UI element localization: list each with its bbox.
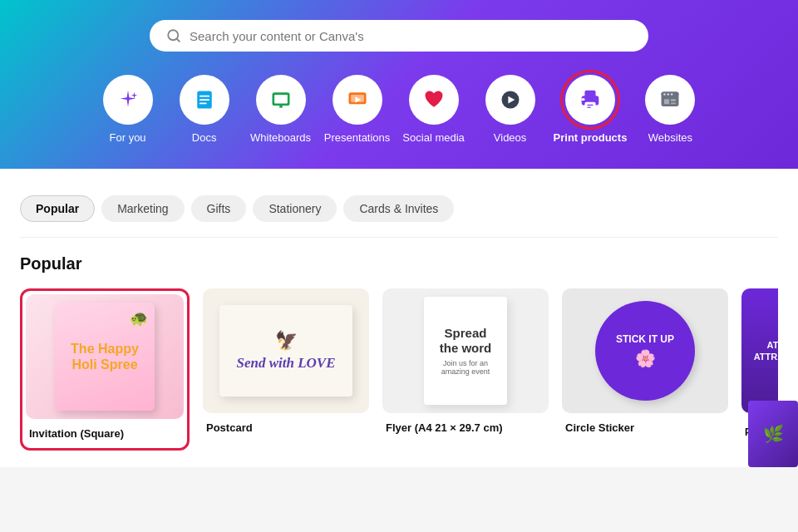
invitation-title-text: The Happy Holi Spree: [63, 341, 146, 372]
poster-thumbnail: AT THE ATTRACTION 🌿: [741, 288, 778, 413]
postcard-label: Postcard: [203, 421, 369, 439]
svg-rect-24: [671, 93, 673, 96]
websites-icon-circle: [645, 75, 695, 125]
postcard-visual: 🦅 Send with LOVE: [219, 305, 352, 397]
flyer-visual: Spread the word Join us for an amazing e…: [424, 297, 507, 405]
nav-item-social-media[interactable]: Social media: [401, 75, 467, 144]
nav-icons: For you Docs: [95, 75, 704, 144]
sticker-thumbnail: STICK IT UP 🌸: [562, 288, 728, 413]
print-products-icon-circle: [565, 75, 615, 125]
svg-line-1: [176, 38, 179, 41]
video-icon: [499, 88, 522, 111]
nav-item-presentations[interactable]: Presentations: [324, 75, 391, 144]
videos-label: Videos: [494, 131, 527, 144]
nav-item-print-products[interactable]: Print products: [554, 75, 628, 144]
search-input[interactable]: [190, 29, 632, 43]
tab-gifts[interactable]: Gifts: [191, 195, 247, 222]
svg-rect-17: [582, 98, 585, 101]
docs-icon: [193, 88, 216, 111]
printer-icon: [578, 87, 603, 112]
for-you-label: For you: [110, 131, 146, 144]
docs-label: Docs: [192, 131, 217, 144]
nav-item-for-you[interactable]: For you: [95, 75, 161, 144]
svg-rect-8: [279, 106, 283, 108]
circle-sticker-label: Circle Sticker: [562, 421, 728, 439]
svg-rect-26: [671, 99, 676, 101]
postcard-thumbnail: 🦅 Send with LOVE: [203, 288, 369, 413]
tab-popular[interactable]: Popular: [20, 195, 95, 222]
header: For you Docs: [0, 0, 798, 169]
presentations-icon-circle: [332, 75, 382, 125]
svg-rect-18: [587, 105, 594, 106]
invitation-card-visual: 🐢 The Happy Holi Spree: [55, 303, 155, 411]
flyer-headline-text: Spread the word: [434, 326, 497, 356]
invitation-deco: 🐢: [130, 309, 148, 328]
svg-rect-27: [671, 103, 676, 105]
flyer-sub-text: Join us for an amazing event: [434, 359, 497, 376]
filter-tabs: Popular Marketing Gifts Stationery Cards…: [20, 185, 778, 238]
search-icon: [166, 28, 181, 43]
app-container: For you Docs: [0, 0, 798, 467]
product-card-circle-sticker[interactable]: STICK IT UP 🌸 Circle Sticker: [562, 288, 728, 451]
nav-item-docs[interactable]: Docs: [171, 75, 238, 144]
flyer-label: Flyer (A4 21 × 29.7 cm): [382, 421, 549, 439]
whiteboards-label: Whiteboards: [250, 131, 311, 144]
svg-rect-19: [587, 106, 591, 107]
videos-icon-circle: [485, 75, 535, 125]
tab-cards-invites[interactable]: Cards & Invites: [343, 195, 454, 222]
product-card-flyer[interactable]: Spread the word Join us for an amazing e…: [382, 288, 549, 451]
whiteboards-icon-circle: [256, 75, 306, 125]
nav-item-whiteboards[interactable]: Whiteboards: [248, 75, 314, 144]
sparkle-icon: [116, 87, 140, 112]
sticker-visual: STICK IT UP 🌸: [595, 301, 695, 401]
search-bar: [150, 20, 648, 52]
for-you-icon-wrapper: [103, 75, 153, 125]
print-products-icon-wrapper: [565, 75, 615, 125]
sticker-text: STICK IT UP: [616, 333, 674, 345]
whiteboards-icon: [269, 88, 293, 111]
social-media-label: Social media: [402, 131, 464, 144]
tab-marketing[interactable]: Marketing: [101, 195, 184, 222]
svg-rect-23: [667, 93, 670, 96]
invitation-square-label: Invitation (Square): [26, 427, 184, 445]
products-grid: 🐢 The Happy Holi Spree Invitation (Squar…: [20, 288, 778, 451]
product-card-postcard[interactable]: 🦅 Send with LOVE Postcard: [203, 288, 369, 451]
websites-label: Websites: [648, 131, 692, 144]
content-area: Popular Marketing Gifts Stationery Cards…: [0, 169, 798, 467]
svg-rect-25: [664, 99, 669, 104]
print-products-label: Print products: [554, 131, 628, 144]
section-title: Popular: [20, 254, 778, 273]
svg-rect-7: [274, 95, 288, 104]
product-card-invitation-square[interactable]: 🐢 The Happy Holi Spree Invitation (Squar…: [20, 288, 190, 451]
presentations-label: Presentations: [324, 131, 391, 144]
sticker-emoji: 🌸: [635, 348, 656, 368]
social-media-icon-circle: [409, 75, 459, 125]
for-you-icon-circle: [103, 75, 153, 125]
tab-stationery[interactable]: Stationery: [253, 195, 337, 222]
postcard-deco: 🦅: [275, 330, 298, 352]
triangle-pointer: [472, 185, 489, 195]
websites-icon: [658, 88, 682, 111]
poster-text: AT THE ATTRACTION: [741, 332, 778, 370]
presentations-icon: [346, 88, 369, 111]
nav-item-videos[interactable]: Videos: [477, 75, 544, 144]
flyer-thumbnail: Spread the word Join us for an amazing e…: [382, 288, 549, 413]
invitation-thumbnail: 🐢 The Happy Holi Spree: [26, 294, 184, 419]
docs-icon-circle: [180, 75, 229, 125]
svg-rect-22: [664, 93, 667, 96]
postcard-text: Send with LOVE: [236, 355, 335, 372]
heart-icon: [422, 88, 446, 111]
nav-item-websites[interactable]: Websites: [637, 75, 703, 144]
product-card-poster[interactable]: AT THE ATTRACTION 🌿 Poster (Po...: [741, 288, 778, 451]
